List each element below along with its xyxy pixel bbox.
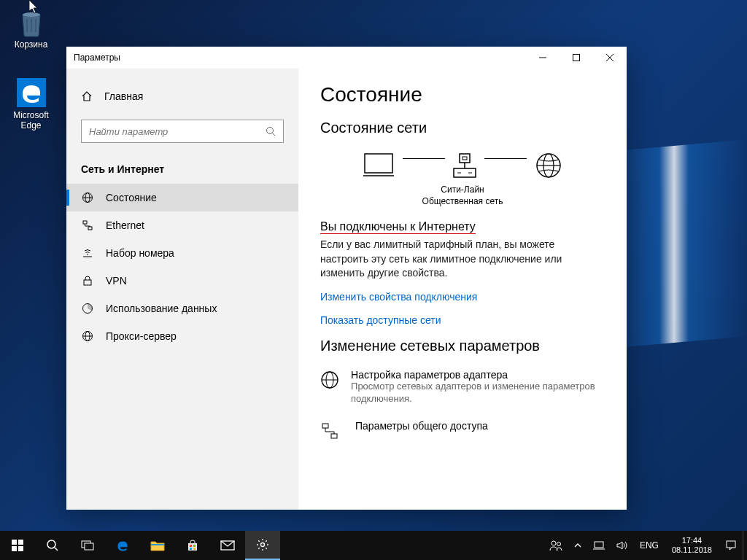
adapter-icon <box>320 369 341 405</box>
svg-point-50 <box>551 541 556 545</box>
svg-rect-42 <box>85 543 93 550</box>
tray-people-icon[interactable] <box>543 531 568 560</box>
link-show-available-networks[interactable]: Показать доступные сети <box>320 314 605 326</box>
setting-row-desc: Просмотр сетевых адаптеров и изменение п… <box>351 381 605 405</box>
desktop-icon-edge[interactable]: Microsoft Edge <box>4 77 58 131</box>
tray-network-icon[interactable] <box>587 531 611 560</box>
svg-rect-11 <box>83 221 87 224</box>
link-change-connection-props[interactable]: Изменить свойства подключения <box>320 291 605 303</box>
sidebar-item-vpn[interactable]: VPN <box>66 267 298 295</box>
window-title: Параметры <box>74 52 120 63</box>
titlebar[interactable]: Параметры <box>66 47 627 69</box>
connected-heading: Вы подключены к Интернету <box>320 220 605 233</box>
sidebar-item-datausage[interactable]: Использование данных <box>66 295 298 322</box>
svg-rect-34 <box>331 434 337 438</box>
desktop-icon-label: Microsoft Edge <box>4 110 58 131</box>
diagram-pc-icon <box>362 151 395 180</box>
taskbar: ENG 17:4408.11.2018 <box>0 531 747 560</box>
search-input[interactable] <box>89 126 266 137</box>
svg-line-40 <box>55 548 58 551</box>
sidebar-home[interactable]: Главная <box>66 83 298 109</box>
taskbar-mail[interactable] <box>210 531 245 560</box>
show-desktop-button[interactable] <box>743 531 747 560</box>
taskbar-settings[interactable] <box>245 531 280 560</box>
diagram-caption: Сити-Лайн Общественная сеть <box>320 184 605 207</box>
sidebar-item-proxy[interactable]: Прокси-сервер <box>66 322 298 350</box>
svg-rect-36 <box>18 540 23 545</box>
diagram-line <box>484 158 527 159</box>
mouse-cursor <box>29 0 41 15</box>
vpn-icon <box>81 275 94 287</box>
start-button[interactable] <box>0 531 35 560</box>
taskbar-search[interactable] <box>35 531 70 560</box>
svg-rect-47 <box>193 548 196 550</box>
change-net-heading: Изменение сетевых параметров <box>320 338 605 354</box>
svg-rect-19 <box>365 154 392 173</box>
svg-rect-24 <box>454 168 476 177</box>
settings-content: Состояние Состояние сети Сити-Лайн Общес… <box>298 69 627 510</box>
window-controls <box>526 47 627 69</box>
svg-rect-21 <box>460 154 470 163</box>
tray-chevron-up-icon[interactable] <box>568 531 587 560</box>
svg-rect-35 <box>12 540 17 545</box>
setting-row-title: Параметры общего доступа <box>355 420 488 432</box>
sidebar-home-label: Главная <box>104 90 143 102</box>
page-title: Состояние <box>320 83 605 106</box>
sidebar-item-dialup[interactable]: Набор номера <box>66 239 298 267</box>
desktop-icon-label: Корзина <box>4 39 58 50</box>
home-icon <box>81 90 93 102</box>
taskbar-store[interactable] <box>175 531 210 560</box>
connected-body: Если у вас лимитный тарифный план, вы мо… <box>320 238 605 281</box>
tray-datetime[interactable]: 17:4408.11.2018 <box>665 531 719 560</box>
diagram-router-icon <box>452 151 477 180</box>
svg-rect-37 <box>12 546 17 551</box>
diagram-net-name: Сити-Лайн <box>320 184 605 196</box>
sidebar-item-label: Прокси-сервер <box>106 330 177 342</box>
taskbar-edge[interactable] <box>105 531 140 560</box>
svg-point-49 <box>261 543 265 547</box>
taskbar-explorer[interactable] <box>140 531 175 560</box>
close-button[interactable] <box>593 47 627 69</box>
tray-language[interactable]: ENG <box>634 531 665 560</box>
sidebar-item-status[interactable]: Состояние <box>66 184 298 211</box>
sidebar-item-label: Использование данных <box>106 303 217 314</box>
setting-row-title: Настройка параметров адаптера <box>351 369 605 381</box>
dialup-icon <box>81 247 94 259</box>
proxy-icon <box>81 330 94 342</box>
svg-rect-12 <box>88 227 92 230</box>
setting-row-sharing[interactable]: Параметры общего доступа <box>320 420 605 440</box>
svg-rect-14 <box>84 280 91 285</box>
tray-volume-icon[interactable] <box>611 531 634 560</box>
svg-rect-33 <box>322 424 328 428</box>
sidebar-item-ethernet[interactable]: Ethernet <box>66 211 298 239</box>
ethernet-icon <box>81 219 94 231</box>
svg-rect-52 <box>595 542 603 548</box>
setting-row-adapter[interactable]: Настройка параметров адаптера Просмотр с… <box>320 369 605 405</box>
search-icon <box>266 126 276 136</box>
settings-window: Параметры Главная Сеть и Интернет Состоя… <box>66 47 627 510</box>
tray-notifications-icon[interactable] <box>719 531 743 560</box>
svg-rect-43 <box>151 544 164 545</box>
search-box[interactable] <box>81 120 284 143</box>
diagram-net-type: Общественная сеть <box>320 196 605 208</box>
svg-point-39 <box>47 540 55 548</box>
sidebar-item-label: Набор номера <box>106 247 174 259</box>
sidebar-item-label: Состояние <box>106 192 157 203</box>
system-tray: ENG 17:4408.11.2018 <box>543 531 747 560</box>
sidebar-section-title: Сеть и Интернет <box>66 158 298 184</box>
diagram-line <box>403 158 445 159</box>
net-status-heading: Состояние сети <box>320 120 605 136</box>
data-usage-icon <box>81 303 94 314</box>
svg-rect-38 <box>18 546 23 551</box>
sharing-icon <box>320 420 345 440</box>
sidebar-item-label: VPN <box>106 275 127 287</box>
taskbar-taskview[interactable] <box>70 531 105 560</box>
svg-rect-3 <box>573 55 580 61</box>
diagram-globe-icon <box>534 151 563 180</box>
settings-sidebar: Главная Сеть и Интернет Состояние Ethern… <box>66 69 298 510</box>
edge-icon <box>15 77 47 109</box>
minimize-button[interactable] <box>526 47 560 69</box>
svg-rect-44 <box>190 545 192 547</box>
maximize-button[interactable] <box>560 47 593 69</box>
svg-line-7 <box>273 133 276 136</box>
